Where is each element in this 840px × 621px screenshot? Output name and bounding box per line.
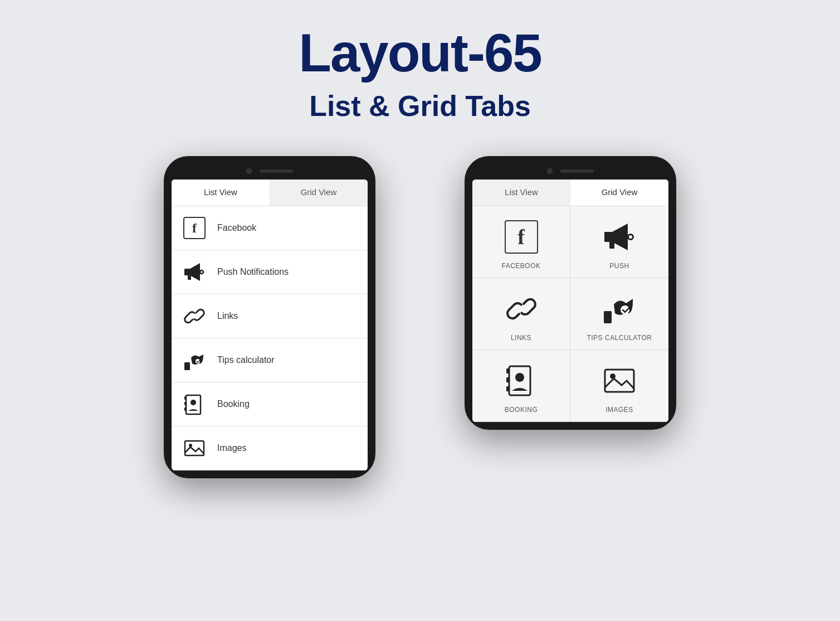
tab-grid-view-left[interactable]: Grid View — [270, 179, 368, 206]
svg-rect-2 — [188, 275, 191, 280]
svg-rect-20 — [506, 368, 510, 373]
tab-bar-right: List View Grid View — [472, 179, 668, 206]
list-label-booking: Booking — [217, 399, 250, 409]
grid-item-tips[interactable]: TIPS CALCULATOR — [570, 278, 668, 350]
tab-list-view-left[interactable]: List View — [172, 179, 270, 206]
list-label-push: Push Notifications — [217, 267, 289, 277]
svg-rect-7 — [184, 396, 187, 400]
list-label-links: Links — [217, 311, 238, 321]
grid-label-images: IMAGES — [605, 406, 633, 414]
page-title: Layout-65 — [299, 22, 541, 84]
list-label-facebook: Facebook — [217, 223, 256, 233]
svg-rect-11 — [185, 441, 204, 455]
phone-left: List View Grid View f Facebook — [164, 156, 375, 478]
svg-rect-22 — [506, 386, 510, 391]
grid-item-links[interactable]: LINKS — [472, 278, 570, 350]
image-icon — [182, 435, 207, 461]
grid-megaphone-icon — [600, 217, 639, 256]
grid-label-facebook: FACEBOOK — [501, 262, 540, 270]
list-item-facebook[interactable]: f Facebook — [172, 206, 368, 250]
camera-icon-left — [246, 168, 252, 174]
list-item-booking[interactable]: Booking — [172, 382, 368, 426]
phone-right: List View Grid View f FACEBOOK — [465, 156, 676, 430]
list-item-tips[interactable]: Tips calculator — [172, 338, 368, 382]
phones-container: List View Grid View f Facebook — [164, 156, 676, 478]
list-item-images[interactable]: Images — [172, 426, 368, 470]
grid-item-facebook[interactable]: f FACEBOOK — [472, 206, 570, 278]
screen-right: List View Grid View f FACEBOOK — [472, 179, 668, 422]
grid-facebook-icon: f — [502, 217, 541, 256]
grid-item-booking[interactable]: BOOKING — [472, 350, 570, 422]
booking-icon — [182, 391, 207, 417]
megaphone-icon — [182, 259, 207, 285]
svg-point-23 — [515, 373, 524, 382]
svg-marker-14 — [612, 224, 628, 250]
grid-item-push[interactable]: PUSH — [570, 206, 668, 278]
list-item-push[interactable]: Push Notifications — [172, 250, 368, 294]
tab-grid-view-right[interactable]: Grid View — [570, 179, 668, 206]
facebook-icon: f — [182, 215, 207, 241]
svg-rect-8 — [184, 402, 187, 405]
svg-rect-21 — [506, 377, 510, 382]
svg-point-10 — [191, 400, 196, 405]
page-subtitle: List & Grid Tabs — [309, 89, 531, 123]
svg-rect-0 — [184, 269, 190, 275]
phone-top-left — [172, 164, 368, 179]
speaker-right — [560, 169, 594, 173]
tab-bar-left: List View Grid View — [172, 179, 368, 206]
svg-marker-1 — [190, 263, 200, 281]
tab-list-view-right[interactable]: List View — [472, 179, 570, 206]
svg-rect-13 — [604, 232, 612, 242]
grid-image-icon — [600, 361, 639, 400]
svg-rect-4 — [184, 362, 190, 370]
grid-booking-icon — [502, 361, 541, 400]
svg-rect-9 — [184, 407, 187, 411]
grid-container: f FACEBOOK PUSH — [472, 206, 668, 422]
camera-icon-right — [547, 168, 553, 174]
svg-rect-24 — [605, 370, 634, 392]
grid-label-push: PUSH — [609, 262, 629, 270]
grid-item-images[interactable]: IMAGES — [570, 350, 668, 422]
grid-label-booking: BOOKING — [505, 406, 538, 414]
svg-point-16 — [628, 235, 633, 240]
grid-label-tips: TIPS CALCULATOR — [587, 334, 652, 342]
speaker-left — [260, 169, 293, 173]
link-icon — [182, 303, 207, 329]
phone-top-right — [472, 164, 668, 179]
grid-label-links: LINKS — [511, 334, 531, 342]
svg-rect-17 — [604, 311, 612, 323]
grid-link-icon — [502, 289, 541, 328]
tips-icon — [182, 347, 207, 373]
svg-rect-15 — [609, 242, 614, 249]
svg-point-3 — [200, 270, 203, 274]
screen-left: List View Grid View f Facebook — [172, 179, 368, 470]
grid-tips-icon — [600, 289, 639, 328]
list-label-images: Images — [217, 443, 246, 453]
list-item-links[interactable]: Links — [172, 294, 368, 338]
list-label-tips: Tips calculator — [217, 355, 275, 365]
